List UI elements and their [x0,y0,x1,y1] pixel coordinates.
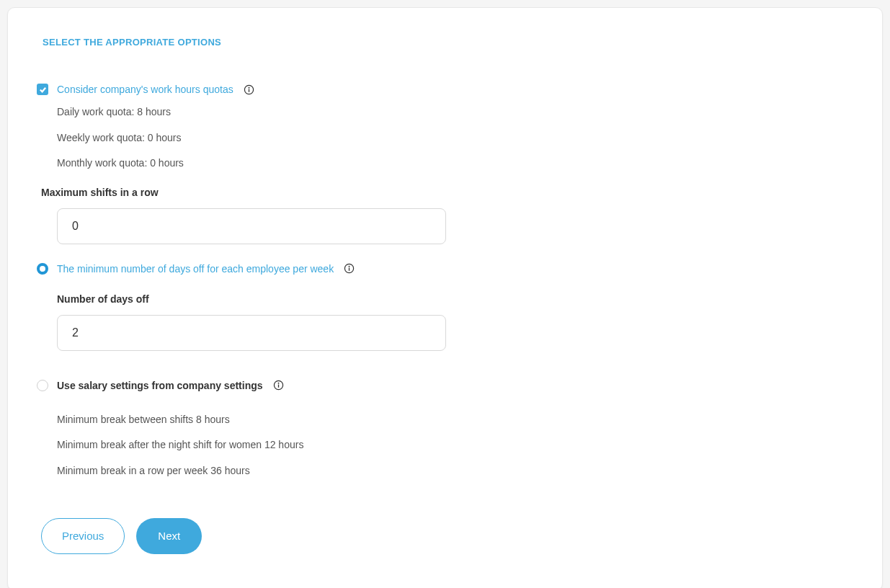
days-off-radio[interactable] [37,263,48,275]
svg-point-4 [349,266,350,267]
previous-button[interactable]: Previous [41,518,125,554]
footer-buttons: Previous Next [41,518,853,554]
days-off-label[interactable]: The minimum number of days off for each … [57,263,334,275]
daily-quota: Daily work quota: 8 hours [57,105,853,120]
weekly-quota: Weekly work quota: 0 hours [57,131,853,146]
number-days-off-input[interactable] [57,315,446,351]
break-between-shifts: Minimum break between shifts 8 hours [57,413,853,427]
salary-details: Minimum break between shifts 8 hours Min… [57,413,853,478]
info-icon[interactable] [344,263,355,274]
quotas-option-row: Consider company's work hours quotas [37,84,853,95]
section-title: SELECT THE APPROPRIATE OPTIONS [43,37,853,48]
monthly-quota: Monthly work quota: 0 hours [57,156,853,171]
salary-radio[interactable] [37,380,48,391]
quotas-label[interactable]: Consider company's work hours quotas [57,84,233,95]
number-days-off-label: Number of days off [57,293,853,305]
options-card: SELECT THE APPROPRIATE OPTIONS Consider … [7,7,883,588]
info-icon[interactable] [273,380,284,391]
max-shifts-label: Maximum shifts in a row [41,187,853,198]
max-shifts-input[interactable] [57,208,446,244]
days-off-option-row: The minimum number of days off for each … [37,263,853,275]
salary-option-row: Use salary settings from company setting… [37,380,853,391]
quotas-checkbox[interactable] [37,84,48,95]
svg-rect-5 [349,268,350,271]
salary-label[interactable]: Use salary settings from company setting… [57,380,263,391]
break-night-women: Minimum break after the night shift for … [57,438,853,453]
check-icon [39,86,47,94]
svg-rect-2 [249,89,249,92]
next-button[interactable]: Next [136,518,202,554]
svg-point-7 [277,383,279,384]
svg-rect-8 [277,385,278,388]
quota-list: Daily work quota: 8 hours Weekly work qu… [57,105,853,171]
break-row-week: Minimum break in a row per week 36 hours [57,464,853,478]
svg-point-1 [248,86,249,88]
info-icon[interactable] [244,84,254,95]
